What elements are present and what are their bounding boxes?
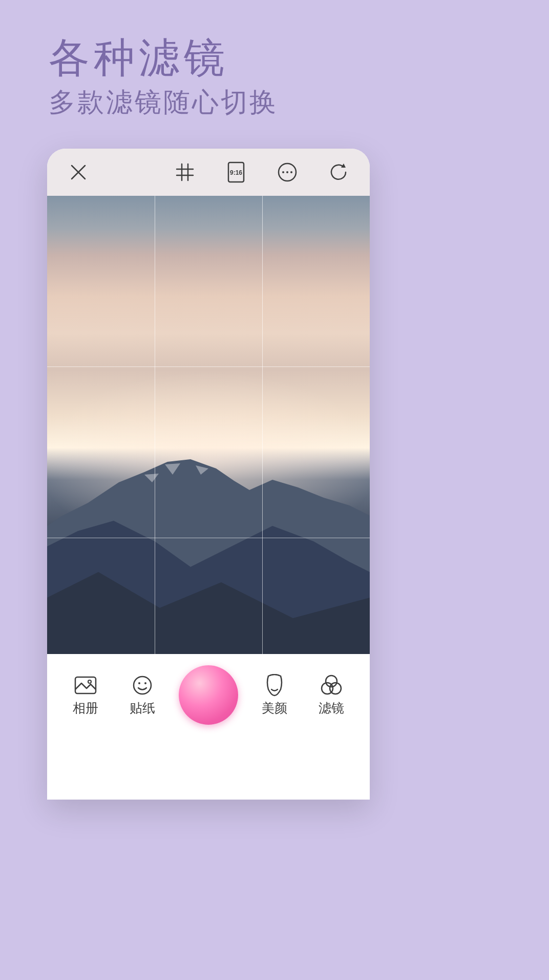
svg-point-9 [138,682,140,684]
svg-text:9:16: 9:16 [230,169,242,176]
filter-button[interactable]: 滤镜 [311,674,352,717]
svg-point-3 [282,171,284,173]
face-icon [264,674,285,697]
bottom-bar: 相册 贴纸 美颜 [47,654,370,736]
close-button[interactable] [60,154,96,190]
svg-point-5 [290,171,292,173]
aspect-ratio-icon: 9:16 [227,161,245,183]
top-bar: 9:16 [47,149,370,196]
grid-icon [176,163,194,181]
svg-point-10 [144,682,146,684]
promo-subtitle: 多款滤镜随心切换 [49,85,278,120]
svg-point-8 [134,677,151,694]
composition-grid [47,196,370,654]
promo-title: 各种滤镜 [49,31,229,86]
gallery-icon [74,676,97,695]
more-button[interactable] [269,154,305,190]
sticker-button[interactable]: 贴纸 [122,674,163,717]
gallery-button[interactable]: 相册 [65,674,106,717]
aspect-ratio-button[interactable]: 9:16 [218,154,254,190]
camera-flip-icon [328,162,349,182]
filter-label: 滤镜 [319,700,344,717]
camera-viewfinder[interactable] [47,196,370,654]
gallery-label: 相册 [73,700,98,717]
more-icon [277,162,298,182]
svg-rect-6 [75,677,96,693]
shutter-button[interactable] [179,665,238,725]
grid-toggle-button[interactable] [167,154,203,190]
camera-flip-button[interactable] [321,154,356,190]
smile-icon [132,675,153,696]
beauty-button[interactable]: 美颜 [254,674,295,717]
close-icon [70,164,87,181]
sticker-label: 贴纸 [130,700,155,717]
camera-app: 9:16 [47,149,370,800]
svg-point-4 [286,171,288,173]
svg-point-7 [88,680,91,683]
beauty-label: 美颜 [262,700,287,717]
overlap-circles-icon [320,675,343,696]
